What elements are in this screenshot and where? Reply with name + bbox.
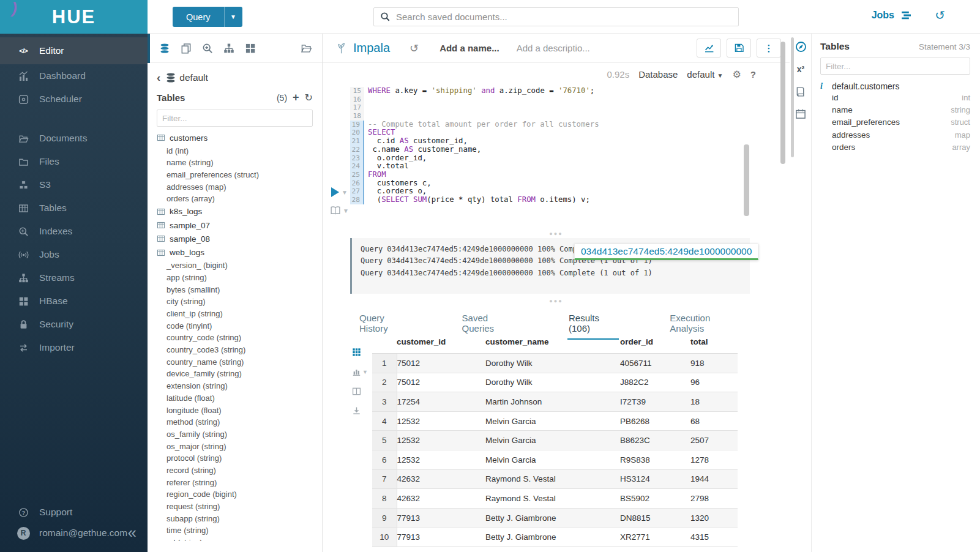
settings-gear-icon[interactable]: ⚙ [732,69,741,80]
tree-item[interactable]: id (int) [157,144,322,157]
schema-column[interactable]: orders array [820,141,970,153]
tree-item[interactable]: protocol (string) [157,452,322,464]
tree-item[interactable]: record (string) [157,464,322,477]
tree-item[interactable]: customers [157,131,322,144]
schema-column[interactable]: addresses map [820,129,970,141]
right-filter-input[interactable] [820,58,970,75]
table-row[interactable]: 1 75012 Dorothy Wilk 4056711 918 [372,354,738,373]
language-reference-icon[interactable] [790,86,812,97]
tree-item[interactable]: sample_08 [157,232,322,245]
database-assist-icon[interactable] [159,43,170,54]
collapse-sidebar-icon[interactable]: « [128,523,137,542]
functions-icon[interactable]: x² [790,64,812,74]
tree-item[interactable]: sample_07 [157,218,322,232]
tree-item[interactable]: addresses (map) [157,181,322,193]
explorer-compass-icon[interactable] [790,41,812,53]
sidebar-item-support[interactable]: ? Support [0,502,148,523]
tree-item[interactable]: subapp (string) [157,512,322,524]
resize-handle[interactable]: ●●● [323,298,790,304]
sidebar-item[interactable]: Streams [0,266,148,289]
tree-item[interactable]: orders (array) [157,193,322,205]
table-row[interactable]: 5 12532 Melvin Garcia B8623C 2507 [372,431,738,450]
column-header[interactable]: total [690,332,738,354]
sidebar-item[interactable]: Importer [0,336,148,359]
run-query-button[interactable]: ▼ [331,187,348,197]
tree-item[interactable]: request (string) [157,501,322,513]
tree-item[interactable]: web_logs [157,246,322,259]
table-row[interactable]: 3 17254 Martin Johnson I72T39 18 [372,392,738,412]
tree-item[interactable]: device_family (string) [157,368,322,380]
info-icon[interactable]: i [820,81,826,91]
sidebar-item[interactable]: Tables [0,196,148,220]
tree-item[interactable]: os_major (string) [157,440,322,452]
tree-item[interactable]: k8s_logs [157,205,322,218]
tree-item[interactable]: app (string) [157,272,322,284]
help-question-icon[interactable]: ? [750,69,756,80]
sidebar-item[interactable]: Dashboard [0,64,148,88]
documents-assist-icon[interactable] [181,43,192,54]
breadcrumb-database[interactable]: default [179,72,208,83]
query-caret-icon[interactable]: ▼ [224,7,242,27]
chart-view-icon[interactable]: ▼ [352,367,368,376]
column-header[interactable]: customer_id [397,332,485,354]
table-row[interactable]: 10 77913 Betty J. Giambrone XR2771 4315 [372,528,738,547]
sidebar-item[interactable]: Documents [0,127,148,150]
tree-item[interactable]: time (string) [157,524,322,537]
schema-column[interactable]: email_preferences struct [820,116,970,129]
sidebar-item[interactable]: Scheduler [0,88,148,111]
column-header[interactable]: customer_name [485,332,620,354]
panel-resize-handle[interactable] [791,37,794,157]
tree-item[interactable]: referer (string) [157,476,322,488]
tree-item[interactable]: country_code (string) [157,332,322,344]
search-plus-icon[interactable] [202,43,213,54]
schema-column[interactable]: id int [820,91,970,103]
tree-item[interactable]: code (tinyint) [157,319,322,332]
tree-item[interactable]: country_code3 (string) [157,344,322,356]
tree-item[interactable]: country_name (string) [157,356,322,368]
sidebar-item[interactable]: </> Editor [0,37,148,64]
table-row[interactable]: 9 77913 Betty J. Giambrone DN8815 1320 [372,508,738,528]
open-folder-icon[interactable] [301,42,312,54]
table-row[interactable]: 6 12532 Melvin Garcia R9S838 1278 [372,450,738,469]
chart-button[interactable] [697,39,721,58]
tree-item[interactable]: os_family (string) [157,428,322,441]
sidebar-item-user[interactable]: R romain@gethue.com [0,523,148,543]
tree-item[interactable]: bytes (smallint) [157,283,322,296]
download-icon[interactable] [352,406,368,416]
sql-editor[interactable]: 15 WHERE a.key = 'shipping' and a.zip_co… [350,87,790,204]
search-input[interactable] [396,12,732,22]
presentation-mode-button[interactable]: ▼ [330,205,349,216]
run-caret-icon[interactable]: ▼ [342,189,348,196]
more-actions-button[interactable]: ⋮ [757,39,781,58]
query-name-field[interactable]: Add a name... [440,43,499,53]
tree-item[interactable]: city (string) [157,296,322,308]
jobs-link[interactable]: Jobs [872,10,911,21]
sidebar-item[interactable]: Security [0,313,148,336]
tree-item[interactable]: latitude (float) [157,392,322,404]
sidebar-item[interactable]: Jobs [0,243,148,266]
table-row[interactable]: 2 75012 Dorothy Wilk J882C2 96 [372,373,738,392]
tree-item[interactable]: name (string) [157,157,322,169]
database-selector[interactable]: default ▼ [687,69,723,80]
table-row[interactable]: 8 42632 Raymond S. Vestal BS5902 2798 [372,489,738,509]
query-description-field[interactable]: Add a descriptio... [517,43,590,53]
table-filter-input[interactable] [157,110,313,127]
sidebar-item[interactable]: Indexes [0,220,148,243]
table-row[interactable]: 7 42632 Raymond S. Vestal HS3124 1944 [372,469,738,489]
tree-item[interactable]: email_preferences (struct) [157,169,322,181]
apps-grid-icon[interactable] [245,43,256,54]
query-history-icon[interactable]: ↺ [410,42,419,55]
sitemap-icon[interactable] [223,43,234,54]
schema-table[interactable]: i default.customers [820,81,970,91]
tree-item[interactable]: region_code (bigint) [157,488,322,501]
save-button[interactable] [727,39,751,58]
columns-view-icon[interactable] [352,387,368,396]
tree-item[interactable]: _version_ (bigint) [157,259,322,272]
code-scrollbar[interactable] [744,144,749,216]
tree-item[interactable]: url (string) [157,537,322,541]
main-scrollbar[interactable] [780,42,785,164]
sidebar-item[interactable]: Files [0,150,148,173]
table-row[interactable]: 4 12532 Melvin Garcia PB6268 68 [372,411,738,431]
column-header[interactable]: order_id [620,332,690,354]
history-icon[interactable]: ↺ [935,8,945,23]
